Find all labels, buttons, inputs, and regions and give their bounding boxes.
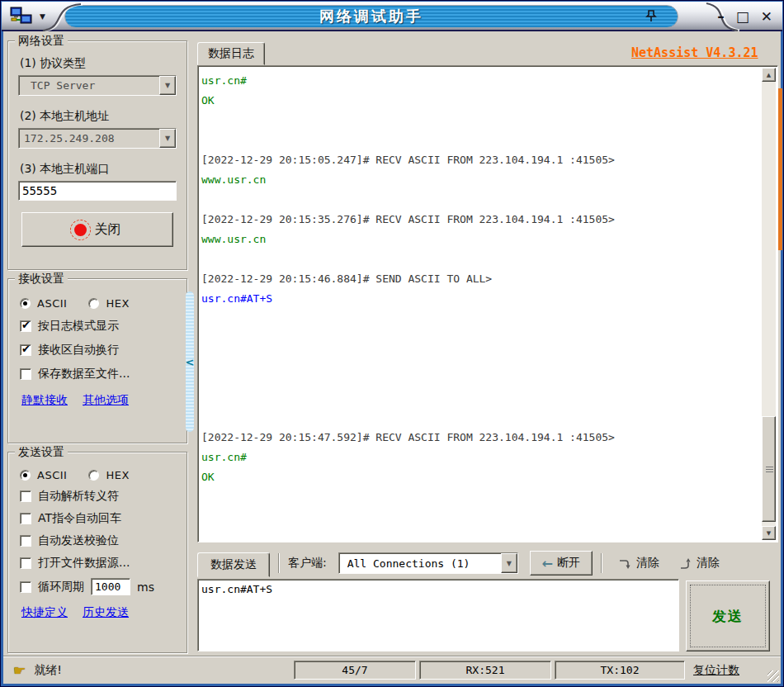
- connection-toggle-button[interactable]: 关闭: [21, 212, 173, 247]
- collapse-left-icon[interactable]: <: [186, 356, 195, 368]
- connection-toggle-label: 关闭: [95, 221, 121, 239]
- send-toolbar: 数据发送 客户端: All Connections (1) ▼ ← 断开 清除 …: [197, 549, 778, 577]
- recv-hex-radio[interactable]: [88, 298, 99, 309]
- reset-count-button[interactable]: 复位计数: [693, 663, 739, 678]
- data-log-area[interactable]: usr.cn#OK [2022-12-29 20:15:05.247]# REC…: [197, 65, 778, 542]
- tab-data-log-label: 数据日志: [208, 46, 254, 61]
- send-button[interactable]: 发送: [686, 580, 770, 651]
- escape-parse-checkbox[interactable]: [20, 490, 31, 502]
- log-line: [201, 408, 758, 428]
- log-line: [201, 249, 758, 269]
- log-lines: usr.cn#OK [2022-12-29 20:15:05.247]# REC…: [201, 71, 758, 487]
- pin-icon[interactable]: [645, 9, 658, 24]
- tab-data-log[interactable]: 数据日志: [197, 42, 265, 65]
- disconnect-arrow-icon: ←: [542, 556, 553, 571]
- scroll-down-icon[interactable]: ▼: [762, 526, 776, 540]
- scrollbar-thumb[interactable]: [762, 416, 776, 522]
- log-scrollbar[interactable]: ▲ ▼: [762, 68, 776, 540]
- close-button[interactable]: ✕: [761, 10, 772, 24]
- rx-count-panel: RX:521: [419, 661, 551, 680]
- client-combo-value: All Connections (1): [339, 553, 501, 573]
- log-line: [201, 348, 758, 368]
- clear-down-arrow-icon: [619, 557, 631, 570]
- toolbar-divider: [278, 553, 280, 573]
- network-settings-title: 网络设置: [15, 34, 68, 49]
- port-input[interactable]: [18, 181, 177, 201]
- statusbar: ☛ 就绪! 45/7 RX:521 TX:102 复位计数: [3, 656, 781, 684]
- escape-parse-label: 自动解析转义符: [38, 489, 119, 504]
- recv-ascii-label: ASCII: [37, 297, 67, 310]
- shortcut-define-link[interactable]: 快捷定义: [21, 605, 68, 620]
- log-line: OK: [201, 467, 758, 487]
- other-options-link[interactable]: 其他选项: [83, 393, 129, 408]
- maximize-button[interactable]: □: [736, 10, 749, 24]
- receive-settings-title: 接收设置: [15, 272, 68, 287]
- ready-hand-icon: ☛: [13, 662, 26, 679]
- protocol-value: TCP Server: [19, 76, 159, 95]
- window-title: 网络调试助手: [319, 7, 423, 26]
- send-ascii-radio[interactable]: [20, 470, 31, 481]
- panel-collapse-splitter[interactable]: <: [186, 291, 194, 432]
- toolbar-divider-2: [601, 553, 602, 573]
- disconnect-button[interactable]: ← 断开: [530, 551, 593, 576]
- recv-ascii-radio[interactable]: [20, 298, 31, 309]
- version-link[interactable]: NetAssist V4.3.21: [631, 45, 758, 60]
- client-combo[interactable]: All Connections (1) ▼: [338, 552, 518, 574]
- auto-wrap-checkbox[interactable]: [20, 344, 31, 356]
- cycle-checkbox[interactable]: [20, 581, 31, 593]
- file-source-checkbox[interactable]: [20, 557, 31, 569]
- app-menu-arrow-icon[interactable]: ▼: [40, 13, 45, 21]
- cycle-input[interactable]: [91, 578, 130, 595]
- protocol-dropdown-icon[interactable]: ▼: [159, 76, 176, 95]
- host-combo[interactable]: 172.25.249.208 ▼: [18, 128, 177, 149]
- send-ascii-label: ASCII: [37, 469, 67, 481]
- host-dropdown-icon[interactable]: ▼: [159, 129, 176, 148]
- scrollbar-grip-icon: [766, 467, 773, 472]
- auto-checksum-checkbox[interactable]: [20, 535, 31, 547]
- protocol-combo[interactable]: TCP Server ▼: [18, 75, 177, 96]
- clear-send-button[interactable]: 清除: [676, 554, 723, 572]
- at-cr-label: AT指令自动回车: [38, 511, 121, 526]
- scroll-up-icon[interactable]: ▲: [762, 68, 776, 82]
- protocol-label: (1) 协议类型: [20, 56, 177, 71]
- log-line: [201, 309, 758, 329]
- silent-receive-link[interactable]: 静默接收: [21, 393, 68, 408]
- log-line: [201, 190, 758, 210]
- tab-data-send-label: 数据发送: [210, 557, 257, 572]
- log-line: [2022-12-29 20:15:46.884]# SEND ASCII TO…: [201, 269, 758, 289]
- log-mode-checkbox[interactable]: [20, 320, 31, 332]
- history-send-link[interactable]: 历史发送: [83, 605, 129, 620]
- send-hex-label: HEX: [106, 469, 129, 481]
- client-label: 客户端:: [288, 556, 327, 571]
- frame-count-panel: 45/7: [294, 661, 416, 680]
- app-icon[interactable]: [10, 7, 33, 26]
- log-line: [201, 130, 758, 150]
- send-button-label: 发送: [712, 607, 744, 626]
- resize-grip[interactable]: [767, 670, 779, 682]
- send-input[interactable]: usr.cn#AT+S: [197, 579, 679, 651]
- log-line: [201, 111, 758, 130]
- file-source-label: 打开文件数据源...: [38, 556, 130, 571]
- clear-receive-button[interactable]: 清除: [616, 554, 663, 572]
- send-hex-radio[interactable]: [88, 470, 99, 481]
- log-line: OK: [201, 91, 758, 111]
- log-line: [201, 388, 758, 408]
- clear-receive-label: 清除: [636, 556, 659, 571]
- client-dropdown-icon[interactable]: ▼: [501, 553, 517, 573]
- at-cr-checkbox[interactable]: [20, 513, 31, 524]
- host-value: 172.25.249.208: [19, 129, 159, 148]
- log-line: [2022-12-29 20:15:05.247]# RECV ASCII FR…: [201, 150, 758, 170]
- host-label: (2) 本地主机地址: [20, 109, 177, 124]
- log-line: [2022-12-29 20:15:47.592]# RECV ASCII FR…: [201, 428, 758, 448]
- log-line: [201, 329, 758, 348]
- port-label: (3) 本地主机端口: [20, 162, 177, 177]
- minimize-button[interactable]: –: [717, 10, 725, 24]
- log-line: [201, 368, 758, 388]
- auto-checksum-label: 自动发送校验位: [38, 533, 119, 548]
- save-to-file-checkbox[interactable]: [20, 368, 31, 380]
- netassist-window: 网络调试助手 ▼ –: [0, 0, 784, 687]
- clear-send-label: 清除: [697, 556, 720, 571]
- tab-data-send[interactable]: 数据发送: [197, 552, 270, 577]
- log-line: usr.cn#: [201, 448, 758, 467]
- titlebar[interactable]: 网络调试助手 ▼ –: [2, 2, 782, 31]
